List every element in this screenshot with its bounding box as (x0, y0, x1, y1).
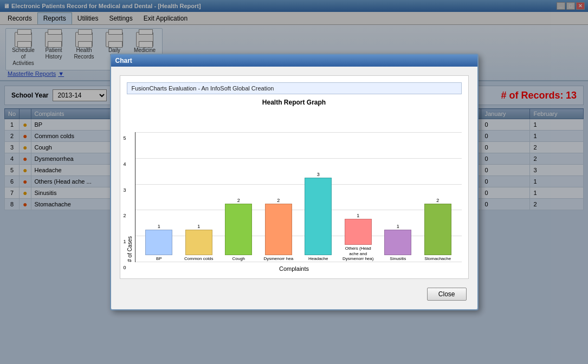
bar-value-label: 2 (237, 198, 240, 203)
bar (345, 219, 372, 245)
chart-footer: Close (115, 283, 473, 305)
bar-group: 1Others (Head ache and Dysmenorr hea) (339, 132, 378, 262)
chart-watermark: FusionCharts Evaluation - An InfoSoft Gl… (127, 82, 462, 94)
bar-x-label: Others (Head ache and Dysmenorr hea) (342, 246, 374, 262)
bar-value-label: 1 (197, 224, 200, 229)
bar (145, 230, 172, 256)
bar-value-label: 2 (436, 198, 439, 203)
chart-dialog-title: Chart (111, 55, 477, 67)
bar-value-label: 2 (277, 198, 280, 203)
chart-overlay: Chart FusionCharts Evaluation - An InfoS… (0, 0, 588, 364)
y-tick-label: 2 (124, 213, 126, 218)
bar (225, 204, 252, 256)
gridline: 0 (135, 262, 462, 262)
bar-x-label: Common colds (184, 256, 213, 262)
bar-value-label: 1 (158, 224, 160, 229)
bar-x-label: Dysmenorr hea (263, 256, 293, 262)
bar (185, 230, 212, 256)
bar-group: 1BP (140, 132, 179, 262)
bar (305, 178, 332, 255)
bar-value-label: 1 (397, 224, 399, 229)
bar-value-label: 3 (317, 172, 320, 177)
bar-group: 2Stomachache (418, 132, 457, 262)
chart-inner: 012345 1BP1Common colds2Cough2Dysmenorr … (135, 132, 462, 262)
chart-graph-title: Health Report Graph (127, 99, 462, 106)
chart-dialog-body: FusionCharts Evaluation - An InfoSoft Gl… (120, 75, 469, 279)
bar-group: 3Headache (299, 132, 338, 262)
bar (424, 204, 451, 256)
bar-x-label: Cough (232, 256, 245, 262)
bar-group: 1Sinusitis (379, 132, 418, 262)
bar-x-label: Headache (308, 256, 328, 262)
bar (384, 230, 411, 256)
y-tick-label: 0 (124, 265, 126, 270)
chart-area: # of Cases 012345 1BP1Common colds2Cough… (127, 110, 462, 262)
y-tick-label: 5 (124, 135, 126, 141)
y-tick-label: 3 (124, 187, 126, 193)
bar-value-label: 1 (357, 213, 359, 218)
bar-group: 1Common colds (179, 132, 218, 262)
chart-dialog: Chart FusionCharts Evaluation - An InfoS… (110, 54, 479, 310)
y-tick-label: 1 (124, 239, 126, 244)
x-axis-label: Complaints (127, 265, 462, 272)
bar-x-label: Sinusitis (390, 256, 406, 262)
bar (265, 204, 292, 256)
y-tick-label: 4 (124, 161, 126, 167)
bar-group: 2Dysmenorr hea (259, 132, 298, 262)
bars-container: 1BP1Common colds2Cough2Dysmenorr hea3Hea… (135, 132, 462, 262)
close-chart-button[interactable]: Close (427, 288, 467, 301)
bar-x-label: Stomachache (424, 256, 451, 262)
y-axis-label: # of Cases (127, 214, 133, 262)
bar-x-label: BP (156, 256, 162, 262)
bar-group: 2Cough (219, 132, 259, 262)
